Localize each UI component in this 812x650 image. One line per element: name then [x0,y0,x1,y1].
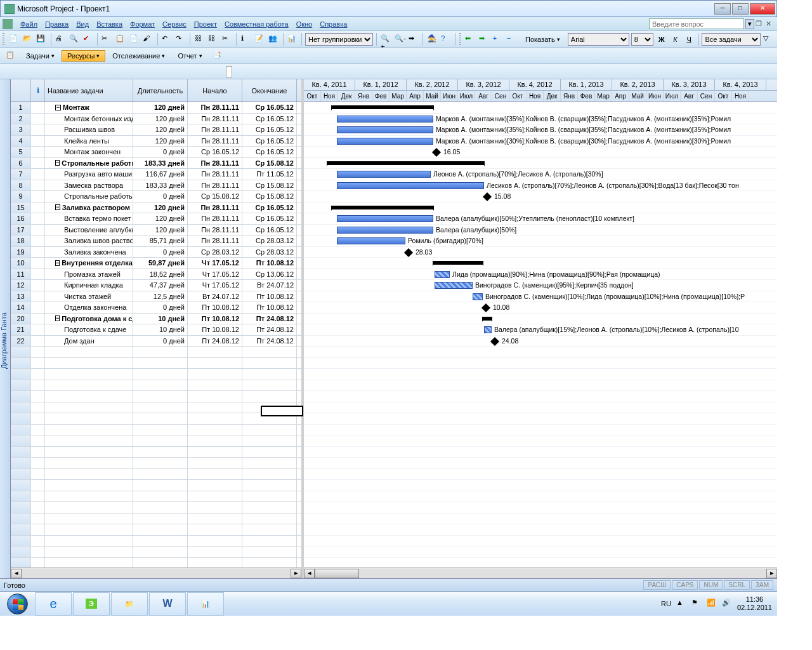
collapse-icon[interactable]: − [55,105,61,110]
duration-cell[interactable]: 116,67 дней [133,169,188,180]
row-num[interactable]: 5 [11,147,31,157]
task-name-cell[interactable]: Выстовление аплубки [45,225,133,235]
redo-button[interactable]: ↷ [174,32,187,46]
view-resources[interactable]: Ресурсы▾ [62,50,105,62]
duration-cell[interactable]: 120 дней [133,202,188,213]
task-name-cell[interactable]: Вставка термо покет [45,213,133,224]
start-cell[interactable]: Пт 24.08.12 [188,336,242,347]
task-name-cell[interactable]: Дом здан [45,336,133,347]
table-row-empty[interactable] [11,435,301,447]
row-num[interactable]: 22 [11,336,31,347]
table-row-empty[interactable] [11,425,301,436]
row-num[interactable]: 7 [11,169,31,180]
table-row[interactable]: 16Вставка термо покет120 днейПн 28.11.11… [11,213,301,225]
start-cell[interactable]: Пн 28.11.11 [188,158,242,169]
collapse-icon[interactable]: − [55,160,60,166]
tray-clock[interactable]: 11:3602.12.2011 [737,595,772,612]
task-bar[interactable] [337,171,431,178]
end-cell[interactable]: Ср 16.05.12 [242,213,297,224]
col-end[interactable]: Окончание [242,79,297,102]
bold-button[interactable]: Ж [655,32,667,46]
task-bar[interactable] [435,282,473,289]
row-num[interactable]: 11 [11,269,31,280]
collapse-icon[interactable]: − [55,204,60,210]
duration-cell[interactable]: 10 дней [133,314,188,324]
col-rownum[interactable] [11,79,31,102]
publish-button[interactable]: 📊 [286,32,298,46]
duration-cell[interactable]: 120 дней [133,225,188,235]
task-bar[interactable] [435,271,450,278]
taskbar-explorer[interactable]: 📁 [111,592,148,616]
spellcheck-button[interactable]: ✔ [82,32,94,46]
task-bar[interactable] [337,126,433,133]
show-dropdown[interactable]: Показать▾ [520,34,566,45]
zoom-in-button[interactable]: 🔍+ [380,32,392,46]
views-button[interactable]: 📋 [4,49,18,63]
start-button[interactable] [0,592,34,616]
milestone-icon[interactable] [432,148,441,157]
table-row-empty[interactable] [11,536,301,547]
menu-service[interactable]: Сервис [159,19,190,29]
system-menu-icon[interactable] [3,19,13,29]
start-cell[interactable]: Пн 28.11.11 [188,124,242,135]
taskbar-ie[interactable]: e [35,592,72,616]
end-cell[interactable]: Ср 15.08.12 [242,180,297,191]
print-button[interactable]: 🖨 [55,32,67,46]
col-duration[interactable]: Длительность [133,79,188,102]
duration-cell[interactable]: 0 дней [133,147,188,157]
taskbar-project[interactable]: 📊 [187,592,224,616]
font-select[interactable]: Arial [568,33,629,46]
table-row[interactable]: 13Чистка этажей12,5 днейВт 24.07.12Пт 10… [11,291,301,303]
end-cell[interactable]: Ср 28.03.12 [242,235,297,246]
row-num[interactable]: 9 [11,191,31,202]
menu-file[interactable]: Файл [16,19,41,29]
summary-bar[interactable] [433,261,483,265]
table-row[interactable]: 14Отделка закончена0 днейПт 10.08.12Пт 1… [11,302,301,314]
table-row[interactable]: 10−Внутренняя отделка59,87 днейЧт 17.05.… [11,258,301,269]
table-row-empty[interactable] [11,380,301,392]
tray-volume-icon[interactable]: 🔊 [722,599,732,609]
table-row[interactable]: 12Кирпичная кладка47,37 днейЧт 17.05.12В… [11,280,301,291]
view-report[interactable]: Отчет▾ [172,50,207,62]
row-info[interactable] [31,235,45,246]
row-num[interactable]: 20 [11,314,31,324]
duration-cell[interactable]: 59,87 дней [133,258,188,269]
row-info[interactable] [31,302,45,313]
hscroll-right[interactable]: ▸ [291,569,301,578]
milestone-icon[interactable] [490,336,499,345]
end-cell[interactable]: Ср 16.05.12 [242,124,297,135]
summary-bar[interactable] [332,206,433,209]
duration-cell[interactable]: 18,52 дней [133,269,188,280]
duration-cell[interactable]: 0 дней [133,336,188,347]
end-cell[interactable]: Ср 13.06.12 [242,269,297,280]
col-name[interactable]: Название задачи [45,79,133,102]
row-info[interactable] [31,102,45,113]
start-cell[interactable]: Ср 16.05.12 [188,147,242,157]
help-button[interactable]: ? [440,32,452,46]
menu-insert[interactable]: Вставка [93,19,126,29]
restore-doc-icon[interactable]: ❐ [756,20,764,29]
task-name-cell[interactable]: Заливка швов раство [45,235,133,246]
toolbar-grip[interactable] [3,33,4,46]
split-button[interactable]: ✂ [221,32,233,46]
gantt-hscroll-thumb[interactable] [315,569,359,578]
start-cell[interactable]: Ср 15.08.12 [188,191,242,202]
duration-cell[interactable]: 12,5 дней [133,291,188,302]
row-num[interactable]: 10 [11,258,31,269]
new-button[interactable]: 📄 [8,32,20,46]
task-bar[interactable] [337,138,433,145]
row-num[interactable]: 19 [11,247,31,258]
table-row[interactable]: 15−Заливка раствором120 днейПн 28.11.11С… [11,202,301,214]
row-info[interactable] [31,147,45,157]
table-row[interactable]: 4Клейка ленты120 днейПн 28.11.11Ср 16.05… [11,136,301,147]
row-num[interactable]: 18 [11,235,31,246]
table-row[interactable]: 21Подготовка к сдаче10 днейПт 10.08.12Пт… [11,324,301,336]
duration-cell[interactable]: 0 дней [133,302,188,313]
start-cell[interactable]: Чт 17.05.12 [188,280,242,291]
table-row-empty[interactable] [11,413,301,425]
end-cell[interactable]: Ср 16.05.12 [242,102,297,113]
tray-network-icon[interactable]: 📶 [707,599,717,609]
underline-button[interactable]: Ч [683,32,695,46]
task-bar[interactable] [337,215,433,222]
start-cell[interactable]: Пн 28.11.11 [188,202,242,213]
